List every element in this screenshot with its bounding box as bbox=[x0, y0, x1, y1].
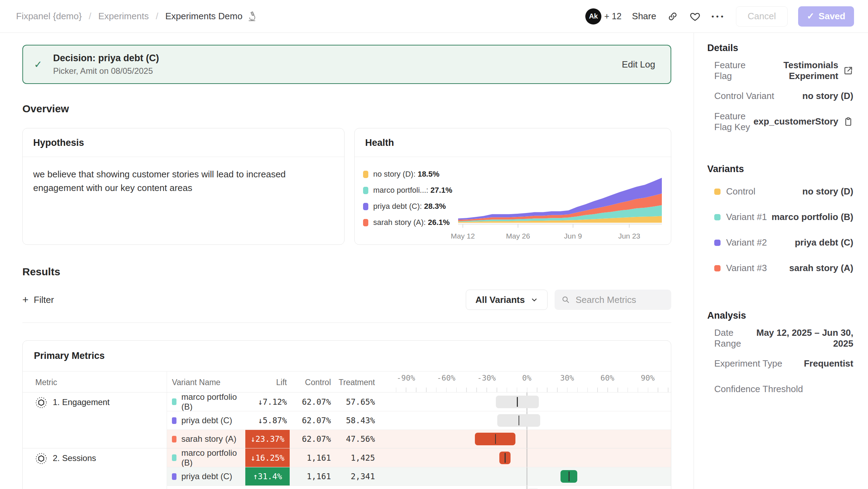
variant-label: Control bbox=[714, 186, 755, 197]
variant-color-swatch bbox=[714, 240, 721, 246]
more-options-icon[interactable]: ••• bbox=[711, 12, 725, 21]
ci-chart-cell bbox=[392, 411, 671, 430]
axis-tick bbox=[577, 388, 578, 392]
table-row[interactable]: marco portfolio (B)↓16.25%1,1611,425 bbox=[167, 448, 671, 467]
axis-label: 90% bbox=[641, 374, 655, 382]
table-row[interactable]: sarah story (A)↑4.54%1,1611,716 bbox=[167, 486, 671, 489]
collaborators[interactable]: Ak + 12 bbox=[585, 8, 621, 24]
treatment-value: 58.43% bbox=[331, 411, 375, 430]
variant-value: sarah story (A) bbox=[789, 263, 854, 274]
microscope-icon bbox=[247, 11, 257, 22]
variant-row: Variant #3sarah story (A) bbox=[707, 255, 853, 281]
lift-cell: ↓7.12% bbox=[245, 392, 290, 411]
topbar-actions: Ak + 12 Share ••• Cancel ✓ Saved bbox=[585, 6, 854, 27]
metric-cell: 1. Engagement bbox=[23, 392, 167, 448]
variants-heading: Variants bbox=[707, 164, 853, 175]
plus-icon: + bbox=[22, 295, 29, 305]
search-metrics-input[interactable] bbox=[576, 295, 664, 305]
detail-label: Feature Flag Key bbox=[714, 111, 753, 133]
legend-label: marco portfoli...: 27.1% bbox=[373, 186, 452, 195]
breadcrumb-experiments[interactable]: Experiments bbox=[98, 11, 149, 22]
variant-value: no story (D) bbox=[802, 186, 853, 197]
breadcrumb: Fixpanel {demo} / Experiments / Experime… bbox=[16, 11, 257, 22]
variants-dropdown[interactable]: All Variants bbox=[466, 290, 548, 310]
variant-name: marco portfolio (B) bbox=[181, 448, 245, 468]
favorite-heart-icon[interactable] bbox=[689, 10, 701, 22]
analysis-label: Experiment Type bbox=[714, 358, 782, 369]
detail-value: Testimonials Experiment bbox=[755, 60, 853, 82]
breadcrumb-separator: / bbox=[89, 11, 91, 22]
health-title: Health bbox=[355, 128, 671, 157]
detail-row: Feature FlagTestimonials Experiment bbox=[707, 58, 853, 83]
share-button[interactable]: Share bbox=[632, 11, 656, 22]
axis-tick bbox=[638, 388, 638, 392]
axis-tick bbox=[517, 388, 518, 392]
axis-tick bbox=[466, 388, 467, 392]
external-link-icon[interactable] bbox=[843, 65, 853, 76]
axis-tick bbox=[537, 388, 537, 392]
variant-cell: priya debt (C) bbox=[167, 467, 245, 486]
control-value: 1,161 bbox=[290, 467, 331, 486]
axis-tick bbox=[597, 388, 598, 392]
axis-label: -90% bbox=[397, 374, 415, 382]
saved-label: Saved bbox=[819, 11, 846, 22]
metric-group: 1. Engagementmarco portfolio (B)↓7.12%62… bbox=[23, 392, 671, 448]
analysis-section: Analysis Date RangeMay 12, 2025 – Jun 30… bbox=[707, 310, 853, 402]
cancel-button[interactable]: Cancel bbox=[736, 6, 788, 27]
hypothesis-card: Hypothesis we believe that showing custo… bbox=[22, 128, 345, 245]
axis-tick bbox=[587, 388, 588, 392]
table-row[interactable]: sarah story (A)↓23.37%62.07%47.56% bbox=[167, 430, 671, 448]
saved-button[interactable]: ✓ Saved bbox=[798, 6, 854, 27]
avatar[interactable]: Ak bbox=[585, 8, 601, 24]
breadcrumb-project[interactable]: Fixpanel {demo} bbox=[16, 11, 82, 22]
treatment-value: 57.65% bbox=[331, 392, 375, 411]
hypothesis-title: Hypothesis bbox=[23, 128, 344, 157]
add-filter-button[interactable]: + Filter bbox=[22, 295, 54, 305]
variant-name: sarah story (A) bbox=[181, 434, 236, 444]
table-row[interactable]: priya debt (C)↑31.4%1,1612,341 bbox=[167, 467, 671, 486]
analysis-label: Confidence Threshold bbox=[714, 384, 803, 395]
axis-tick bbox=[658, 388, 658, 392]
edit-log-button[interactable]: Edit Log bbox=[622, 59, 671, 70]
primary-metrics-card: Primary Metrics Metric Variant Name Lift… bbox=[22, 340, 671, 489]
chevron-down-icon bbox=[530, 296, 538, 304]
ci-mid-tick bbox=[517, 397, 518, 407]
x-axis-label: May 12 bbox=[451, 232, 475, 240]
ci-mid-tick bbox=[569, 472, 570, 481]
axis-tick bbox=[446, 388, 447, 392]
x-axis-label: Jun 9 bbox=[564, 232, 582, 240]
health-legend: no story (D): 18.5%marco portfoli...: 27… bbox=[363, 161, 458, 242]
zero-line bbox=[527, 486, 527, 489]
health-legend-item: sarah story (A): 26.1% bbox=[363, 218, 458, 227]
table-row[interactable]: priya debt (C)↓5.87%62.07%58.43% bbox=[167, 411, 671, 430]
decision-title: Decision: priya debt (C) bbox=[53, 53, 159, 64]
variants-rows: Controlno story (D)Variant #1marco portf… bbox=[707, 179, 853, 281]
copy-link-icon[interactable] bbox=[667, 10, 679, 22]
variant-value: marco portfolio (B) bbox=[772, 212, 853, 222]
x-axis-label: May 26 bbox=[506, 232, 530, 240]
analysis-value: May 12, 2025 – Jun 30, 2025 bbox=[754, 327, 853, 349]
column-control: Control bbox=[290, 371, 331, 392]
breadcrumb-current: Experiments Demo bbox=[165, 11, 257, 22]
details-rows: Feature FlagTestimonials ExperimentContr… bbox=[707, 58, 853, 134]
health-chart: May 12May 26Jun 9Jun 23 bbox=[458, 161, 662, 242]
zero-line bbox=[527, 430, 527, 448]
table-row[interactable]: marco portfolio (B)↓7.12%62.07%57.65% bbox=[167, 392, 671, 411]
lift-cell: ↓5.87% bbox=[245, 411, 290, 430]
axis-label: -30% bbox=[477, 374, 496, 382]
analysis-heading: Analysis bbox=[707, 310, 853, 321]
health-legend-item: priya debt (C): 28.3% bbox=[363, 202, 458, 211]
search-metrics-box[interactable] bbox=[555, 290, 671, 310]
x-axis-label: Jun 23 bbox=[618, 232, 640, 240]
axis-tick bbox=[497, 388, 497, 392]
hypothesis-body: we believe that showing customer stories… bbox=[23, 157, 330, 205]
axis-tick bbox=[557, 388, 558, 392]
main-content: ✓ Decision: priya debt (C) Picker, Amit … bbox=[0, 33, 694, 489]
clipboard-icon[interactable] bbox=[843, 116, 853, 127]
metric-target-icon bbox=[35, 453, 47, 465]
detail-label: Control Variant bbox=[714, 91, 774, 101]
axis-tick bbox=[668, 388, 668, 392]
analysis-value: Frequentist bbox=[804, 358, 853, 369]
lift-cell: ↓23.37% bbox=[245, 430, 290, 448]
collaborator-count: + 12 bbox=[604, 11, 621, 21]
